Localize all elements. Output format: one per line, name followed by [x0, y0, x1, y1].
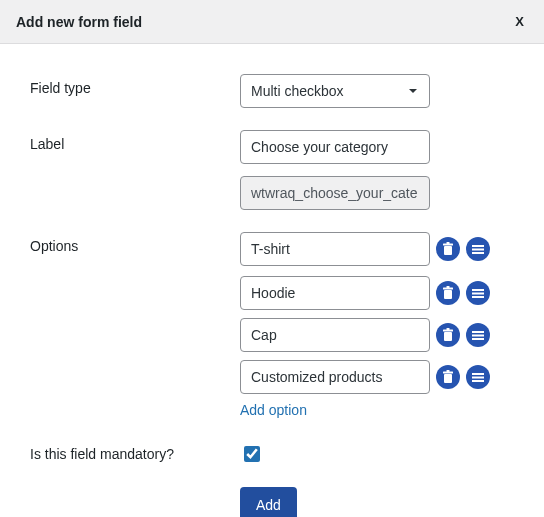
svg-rect-2: [447, 242, 450, 244]
svg-rect-21: [472, 373, 484, 375]
trash-icon: [442, 286, 454, 300]
row-field-type: Field type Multi checkbox: [30, 74, 514, 108]
row-mandatory: Is this field mandatory?: [30, 440, 514, 465]
option-input-1[interactable]: [240, 276, 430, 310]
close-button[interactable]: X: [511, 12, 528, 31]
svg-rect-17: [472, 338, 484, 340]
svg-rect-12: [444, 332, 452, 341]
modal-header: Add new form field X: [0, 0, 544, 44]
drag-icon: [471, 330, 485, 340]
option-input-0[interactable]: [240, 232, 430, 266]
trash-icon: [442, 328, 454, 342]
label-mandatory: Is this field mandatory?: [30, 440, 240, 462]
trash-icon: [442, 370, 454, 384]
svg-rect-10: [472, 293, 484, 295]
drag-option-button[interactable]: [466, 281, 490, 305]
svg-rect-14: [447, 328, 450, 330]
option-input-2[interactable]: [240, 318, 430, 352]
row-option-3: [30, 360, 514, 394]
svg-rect-23: [472, 380, 484, 382]
svg-rect-5: [472, 252, 484, 254]
row-label: Label: [30, 130, 514, 164]
svg-rect-20: [447, 370, 450, 372]
svg-rect-0: [444, 246, 452, 255]
svg-rect-22: [472, 377, 484, 379]
svg-rect-18: [444, 374, 452, 383]
svg-rect-15: [472, 331, 484, 333]
delete-option-button[interactable]: [436, 237, 460, 261]
mandatory-checkbox[interactable]: [244, 446, 260, 462]
delete-option-button[interactable]: [436, 323, 460, 347]
row-slug: [30, 176, 514, 210]
row-add-option: Add option: [30, 402, 514, 418]
label-input[interactable]: [240, 130, 430, 164]
svg-rect-16: [472, 335, 484, 337]
form-body: Field type Multi checkbox Label Options: [0, 44, 544, 517]
svg-rect-3: [472, 245, 484, 247]
svg-rect-6: [444, 290, 452, 299]
svg-rect-4: [472, 249, 484, 251]
drag-option-button[interactable]: [466, 323, 490, 347]
drag-icon: [471, 372, 485, 382]
drag-option-button[interactable]: [466, 365, 490, 389]
row-option-2: [30, 318, 514, 352]
row-submit: Add: [30, 487, 514, 517]
field-type-select[interactable]: Multi checkbox: [240, 74, 430, 108]
drag-option-button[interactable]: [466, 237, 490, 261]
delete-option-button[interactable]: [436, 281, 460, 305]
row-options-label: Options: [30, 232, 514, 266]
drag-icon: [471, 244, 485, 254]
trash-icon: [442, 242, 454, 256]
option-input-3[interactable]: [240, 360, 430, 394]
add-button[interactable]: Add: [240, 487, 297, 517]
svg-rect-9: [472, 289, 484, 291]
label-options: Options: [30, 232, 240, 254]
svg-rect-8: [447, 286, 450, 288]
row-option-1: [30, 276, 514, 310]
slug-input: [240, 176, 430, 210]
add-option-link[interactable]: Add option: [240, 402, 307, 418]
svg-rect-11: [472, 296, 484, 298]
label-label: Label: [30, 130, 240, 152]
modal-title: Add new form field: [16, 14, 142, 30]
delete-option-button[interactable]: [436, 365, 460, 389]
drag-icon: [471, 288, 485, 298]
label-field-type: Field type: [30, 74, 240, 96]
